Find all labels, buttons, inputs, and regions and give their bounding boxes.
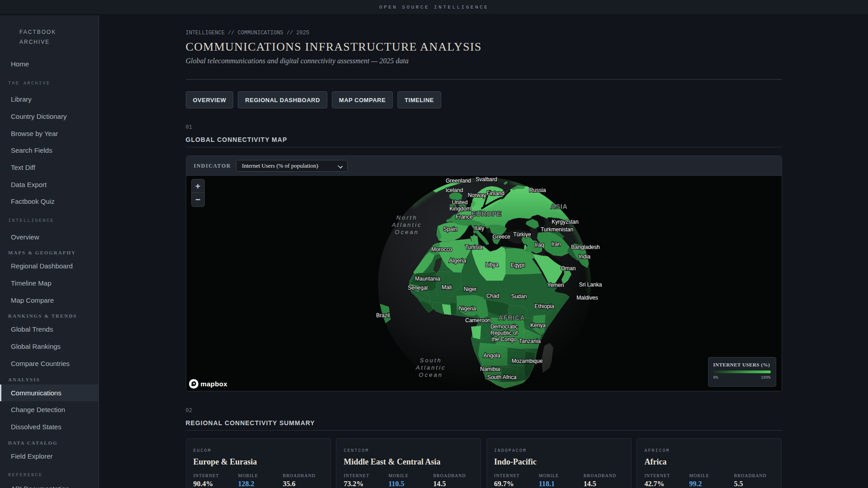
svg-text:Norway: Norway	[467, 192, 486, 198]
svg-text:ASIA: ASIA	[551, 203, 567, 210]
svg-text:Democratic: Democratic	[490, 324, 518, 330]
svg-text:EUROPE: EUROPE	[471, 210, 501, 217]
svg-text:North: North	[396, 214, 417, 221]
svg-text:Mozambique: Mozambique	[511, 358, 542, 364]
svg-text:Morocco: Morocco	[431, 246, 452, 253]
svg-text:Senegal: Senegal	[407, 285, 427, 291]
svg-text:Greenland: Greenland	[445, 178, 471, 184]
svg-text:Atlantic: Atlantic	[415, 364, 446, 371]
svg-text:Ocean: Ocean	[419, 371, 443, 378]
svg-text:Libya: Libya	[485, 262, 498, 268]
svg-text:Mauritania: Mauritania	[415, 276, 440, 282]
svg-text:Cameroon: Cameroon	[465, 317, 490, 324]
svg-text:Egypt: Egypt	[510, 262, 524, 268]
svg-text:Brazil: Brazil	[376, 312, 389, 319]
svg-text:Tunisia: Tunisia	[465, 244, 482, 250]
svg-text:Atlantic: Atlantic	[391, 221, 422, 228]
svg-text:Spain: Spain	[443, 226, 457, 232]
svg-text:Iceland: Iceland	[445, 187, 463, 193]
svg-text:Nigeria: Nigeria	[458, 305, 476, 312]
svg-text:Kingdom: Kingdom	[449, 206, 471, 212]
svg-text:Iraq: Iraq	[534, 242, 544, 248]
svg-text:Turkmenistan: Turkmenistan	[540, 226, 573, 233]
svg-text:Algeria: Algeria	[449, 258, 466, 264]
svg-text:Angola: Angola	[483, 352, 500, 359]
svg-text:the Congo: the Congo	[491, 336, 517, 343]
svg-text:Chad: Chad	[486, 293, 499, 299]
svg-text:India: India	[578, 253, 590, 260]
svg-text:Republic of: Republic of	[490, 330, 518, 336]
svg-text:France: France	[456, 214, 473, 220]
svg-text:Sri Lanka: Sri Lanka	[579, 282, 602, 288]
svg-text:Yemen: Yemen	[547, 282, 564, 288]
svg-text:Bangladesh: Bangladesh	[571, 244, 599, 250]
svg-text:Finland: Finland	[486, 190, 504, 197]
svg-text:Türkiye: Türkiye	[513, 231, 531, 238]
svg-text:Kenya: Kenya	[530, 322, 545, 328]
svg-text:South Africa: South Africa	[487, 374, 516, 380]
svg-text:Kyrgyzstan: Kyrgyzstan	[552, 219, 578, 225]
svg-text:Namibia: Namibia	[480, 366, 500, 372]
svg-text:Ethiopia: Ethiopia	[534, 303, 554, 310]
svg-text:Italy: Italy	[474, 225, 484, 231]
svg-text:Svalbard: Svalbard	[476, 176, 497, 183]
svg-text:South: South	[420, 357, 442, 364]
svg-text:Oman: Oman	[561, 265, 576, 272]
svg-text:Mali: Mali	[441, 284, 451, 291]
svg-text:Niger: Niger	[463, 286, 476, 292]
svg-text:AFRICA: AFRICA	[498, 314, 525, 321]
svg-text:Iran: Iran	[551, 241, 561, 247]
svg-text:Russia: Russia	[529, 187, 546, 193]
svg-text:Sudan: Sudan	[511, 293, 527, 300]
svg-text:United: United	[452, 199, 467, 206]
svg-text:Maldives: Maldives	[576, 295, 598, 301]
svg-text:Tanzania: Tanzania	[519, 338, 540, 344]
svg-text:Ocean: Ocean	[395, 229, 419, 235]
svg-text:Greece: Greece	[492, 234, 510, 240]
